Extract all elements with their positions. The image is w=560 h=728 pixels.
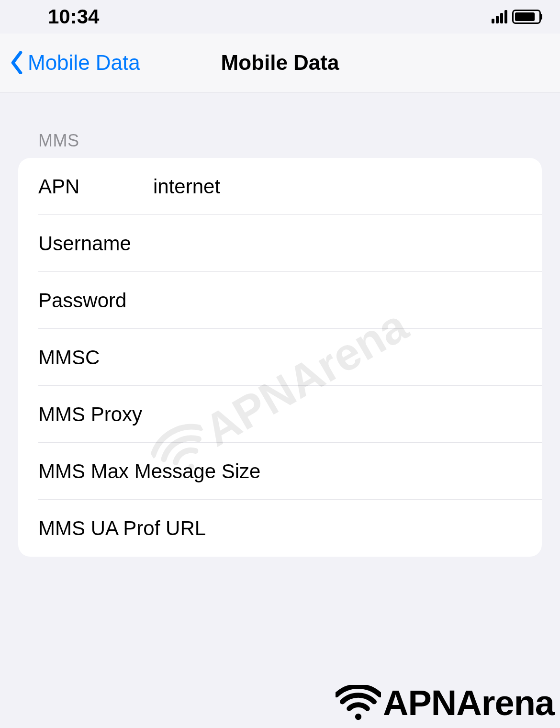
row-mms-ua-prof-url[interactable]: MMS UA Prof URL: [18, 500, 542, 557]
status-bar: 10:34: [0, 0, 560, 34]
label-username: Username: [38, 232, 153, 255]
label-mmsc: MMSC: [38, 346, 153, 369]
row-password[interactable]: Password: [18, 272, 542, 329]
page-title: Mobile Data: [221, 51, 339, 75]
input-apn[interactable]: [153, 175, 542, 198]
settings-group-mms: APN Username Password MMSC MMS Proxy MMS…: [18, 158, 542, 557]
cellular-signal-icon: [492, 10, 507, 23]
navigation-bar: Mobile Data Mobile Data: [0, 34, 560, 92]
footer-brand: APNArena: [336, 683, 554, 723]
status-icons: [492, 10, 541, 24]
status-time: 10:34: [48, 5, 99, 28]
row-mmsc[interactable]: MMSC: [18, 329, 542, 386]
row-username[interactable]: Username: [18, 215, 542, 272]
label-mms-max-message-size: MMS Max Message Size: [38, 460, 542, 483]
back-button[interactable]: Mobile Data: [10, 51, 140, 75]
label-mms-ua-prof-url: MMS UA Prof URL: [38, 517, 542, 540]
section-header-mms: MMS: [0, 131, 560, 158]
chevron-left-icon: [10, 51, 24, 74]
row-apn[interactable]: APN: [18, 158, 542, 215]
wifi-icon: [336, 685, 381, 721]
label-apn: APN: [38, 175, 153, 198]
input-username[interactable]: [153, 232, 542, 255]
svg-point-0: [355, 714, 361, 720]
row-mms-max-message-size[interactable]: MMS Max Message Size: [18, 443, 542, 500]
footer-brand-text: APNArena: [383, 683, 554, 723]
content: MMS APN Username Password MMSC MMS Proxy…: [0, 92, 560, 557]
input-mmsc[interactable]: [153, 346, 542, 369]
label-mms-proxy: MMS Proxy: [38, 403, 542, 426]
back-label: Mobile Data: [28, 51, 140, 75]
input-password[interactable]: [153, 289, 542, 312]
battery-icon: [512, 10, 541, 24]
label-password: Password: [38, 289, 153, 312]
row-mms-proxy[interactable]: MMS Proxy: [18, 386, 542, 443]
